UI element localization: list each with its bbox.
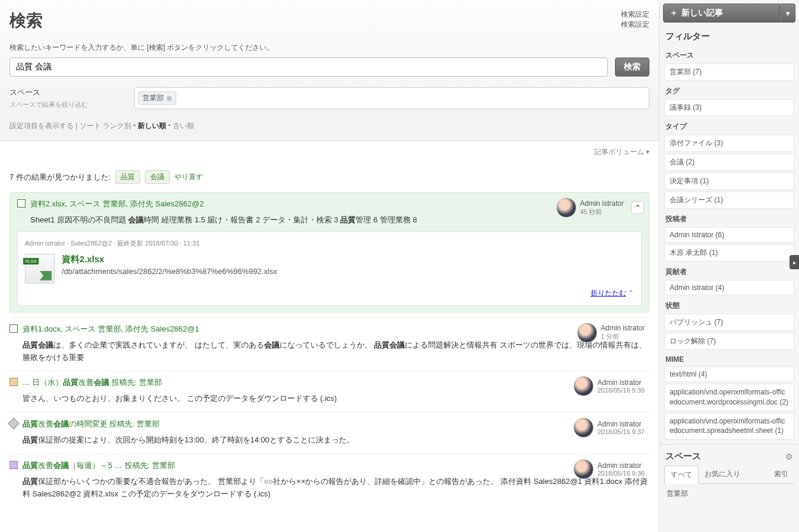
collapse-button[interactable]: ⌃ <box>631 201 644 214</box>
sort-oldest[interactable]: 古い順 <box>173 122 194 130</box>
space-filter-input[interactable]: 営業部 ⊗ <box>134 87 649 109</box>
space-tag[interactable]: 営業部 ⊗ <box>138 91 176 105</box>
cal-icon <box>9 378 18 386</box>
filter-group-heading: タイプ <box>660 118 799 133</box>
search-result: Admin istrator 45 秒前 ⌃ 資料2.xlsx, スペース 営業… <box>9 192 649 313</box>
result-author: Admin istrator <box>597 461 645 470</box>
chevron-up-icon: ⌃ <box>628 289 634 297</box>
attachment-path: /db/attachments/sales/2862/2/%e8%b3%87%e… <box>62 267 277 276</box>
spaces-tab-favorites[interactable]: お気に入り <box>699 466 746 483</box>
doc-icon <box>9 324 18 333</box>
result-author: Admin istrator <box>580 199 624 208</box>
result-excerpt: 品質会議は、多くの企業で実践されていますが、 はたして、実のある会議になっている… <box>23 339 649 364</box>
filter-group-heading: 貢献者 <box>660 263 799 278</box>
page-title: 検索 <box>9 9 43 32</box>
filter-group-heading: MIME <box>660 352 799 365</box>
filter-item[interactable]: パブリッシュ (7) <box>664 314 794 331</box>
sort-newest[interactable]: 新しい順 <box>138 122 166 130</box>
filter-group-heading: タグ <box>660 82 799 97</box>
result-author: Admin istrator <box>597 420 645 428</box>
search-settings-link-1[interactable]: 検索設定 <box>621 9 649 20</box>
filter-item[interactable]: 会議 (2) <box>664 154 794 171</box>
spaces-tab-index[interactable]: 索引 <box>768 466 794 483</box>
filter-item[interactable]: application/vnd.openxmlformats-officedoc… <box>664 384 794 411</box>
search-button[interactable]: 検索 <box>615 58 649 77</box>
search-result: Admin istrator 1 分前 資料1.docx, スペース 営業部, … <box>9 317 649 371</box>
result-author: Admin istrator <box>601 324 645 332</box>
new-article-button[interactable]: ＋ 新しい記事 <box>663 4 780 23</box>
filter-group-heading: 状態 <box>660 297 799 312</box>
filter-group-heading: 投稿者 <box>660 211 799 225</box>
filter-item[interactable]: 木原 承太郎 (1) <box>664 244 794 262</box>
search-result: Admin istrator 2018/05/16 9:37 品質改善会議の時間… <box>9 412 649 454</box>
plus-icon: ＋ <box>670 8 678 18</box>
avatar <box>577 323 597 343</box>
pin-icon <box>8 418 20 429</box>
avatar <box>573 376 594 396</box>
filter-item[interactable]: ロック解除 (7) <box>664 333 794 350</box>
avatar <box>573 418 594 438</box>
keyword-tag[interactable]: 会議 <box>145 170 170 184</box>
result-title[interactable]: 資料1.docx, スペース 営業部, 添付先 Sales2862@1 <box>23 324 199 333</box>
search-result: Admin istrator 2018/05/16 9:36 品質改善会議（毎週… <box>9 454 649 508</box>
filter-item[interactable]: 議事録 (3) <box>664 99 794 116</box>
article-volume-toggle[interactable]: 記事ボリューム ▾ <box>594 148 649 156</box>
space-list-item[interactable]: 営業部 <box>660 486 799 501</box>
new-article-dropdown[interactable]: ▾ <box>780 4 795 23</box>
result-time: 45 秒前 <box>580 208 624 216</box>
filter-item[interactable]: Admin istrator (6) <box>664 227 794 243</box>
result-time: 2018/05/16 9:37 <box>597 428 645 435</box>
sort-label: ソート <box>80 122 101 130</box>
avatar <box>573 459 594 479</box>
result-time: 2018/05/16 9:39 <box>597 387 645 394</box>
filter-item[interactable]: 会議シリーズ (1) <box>664 192 794 209</box>
result-title[interactable]: 資料2.xlsx, スペース 営業部, 添付先 Sales2862@2 <box>30 199 204 208</box>
collapse-link[interactable]: 折りたたむ <box>591 289 626 297</box>
chevron-up-icon: ⌃ <box>635 203 641 212</box>
result-excerpt: 皆さん、いつものとおり、お集まりください。 この予定のデータをダウンロードする … <box>23 393 649 405</box>
attachment-name[interactable]: 資料2.xlsx <box>62 254 277 265</box>
spaces-tab-all[interactable]: すべて <box>664 466 699 484</box>
search-instruction: 検索したいキーワードを入力するか、単に [検索] ボタンをクリックしてください。 <box>9 43 649 53</box>
filter-group-heading: スペース <box>660 47 799 62</box>
spaces-heading: スペース <box>665 451 701 462</box>
filter-item[interactable]: application/vnd.openxmlformats-officedoc… <box>664 413 794 440</box>
search-result: Admin istrator 2018/05/16 9:39 … 日（水）品質改… <box>9 371 649 412</box>
new-article-label: 新しい記事 <box>681 8 723 18</box>
result-author: Admin istrator <box>597 378 645 387</box>
expand-handle[interactable]: ▸ <box>790 255 799 269</box>
sort-rank[interactable]: ランク別 <box>103 122 131 130</box>
result-meta: Admin istrator · Sales2862@2 · 最終更新 2018… <box>25 239 634 248</box>
result-excerpt: Sheet1 原因不明の不良問題 会議時間 経理業務 1.5 届け・報告書 2 … <box>30 214 642 227</box>
remove-tag-icon[interactable]: ⊗ <box>166 94 172 103</box>
filter-heading: フィルター <box>660 26 799 47</box>
space-filter-label: スペース <box>9 87 128 98</box>
result-expanded: Admin istrator · Sales2862@2 · 最終更新 2018… <box>17 231 642 306</box>
result-title[interactable]: 品質改善会議（毎週） – 5 … 投稿先: 営業部 <box>23 461 175 470</box>
list-icon <box>9 461 18 469</box>
gear-icon[interactable]: ⚙ <box>785 452 793 461</box>
search-input[interactable] <box>9 58 608 77</box>
result-title[interactable]: 品質改善会議の時間変更 投稿先: 営業部 <box>23 419 160 428</box>
filter-item[interactable]: 決定事項 (1) <box>664 173 794 190</box>
search-settings-link-2[interactable]: 検索設定 <box>621 20 649 30</box>
show-settings-link[interactable]: 設定項目を表示する <box>9 122 74 130</box>
result-time: 2018/05/16 9:36 <box>597 470 645 477</box>
result-title[interactable]: … 日（水）品質改善会議 投稿先: 営業部 <box>23 378 162 387</box>
filter-item[interactable]: text/html (4) <box>664 367 794 382</box>
result-count: 7 件の結果が見つかりました: <box>9 172 110 183</box>
result-excerpt: 品質保証部からいくつかの重要な不適合報告があった。 営業部より「○○社から××か… <box>23 476 649 501</box>
doc-icon <box>17 199 26 208</box>
result-time: 1 分前 <box>601 332 645 341</box>
space-filter-sublabel: スペースで結果を絞り込む <box>9 100 128 109</box>
xlsx-icon <box>25 254 55 283</box>
filter-item[interactable]: 営業部 (7) <box>664 63 794 81</box>
filter-item[interactable]: Admin istrator (4) <box>664 280 794 295</box>
chevron-down-icon: ▾ <box>786 9 790 18</box>
keyword-tag[interactable]: 品質 <box>115 170 140 184</box>
filter-item[interactable]: 添付ファイル (3) <box>664 135 794 152</box>
redo-search-link[interactable]: やり直す <box>175 172 203 182</box>
result-excerpt: 品質保証部の提案により、次回から開始時刻を13:00、終了時刻を14:00とする… <box>23 434 649 447</box>
space-tag-label: 営業部 <box>142 93 164 103</box>
avatar <box>556 197 576 218</box>
